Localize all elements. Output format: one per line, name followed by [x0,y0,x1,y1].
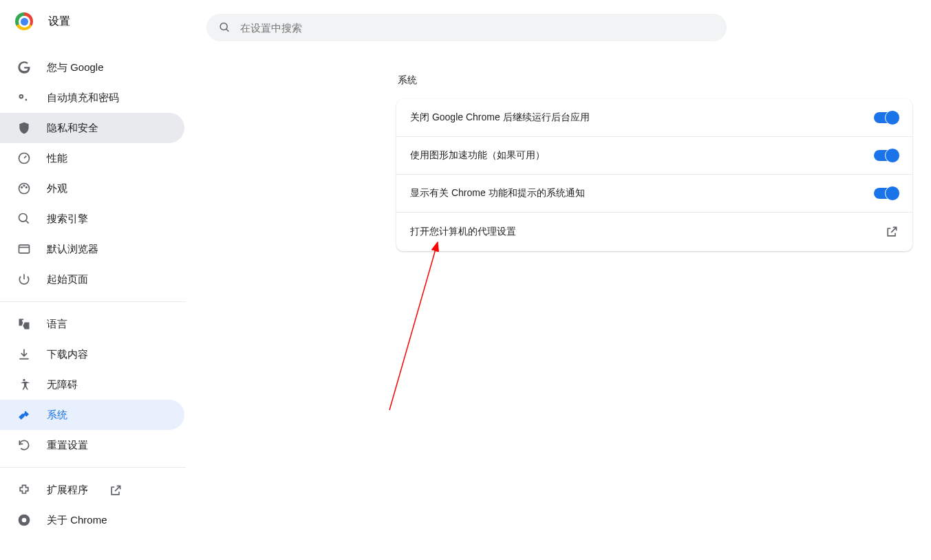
sidebar-item-label: 您与 Google [47,61,104,74]
wrench-icon [17,408,32,422]
section-title: 系统 [396,74,912,87]
sidebar-item-google[interactable]: 您与 Google [0,52,184,83]
sidebar-item-chrome[interactable]: 关于 Chrome [0,505,184,535]
settings-row-label: 使用图形加速功能（如果可用） [410,149,545,162]
nav-divider [0,301,186,302]
open-external-icon [885,225,899,239]
shield-icon [17,121,32,135]
settings-row-label: 显示有关 Chrome 功能和提示的系统通知 [410,187,585,200]
svg-point-7 [26,187,28,189]
sidebar-item-label: 无障碍 [47,378,78,391]
sidebar-item-label: 性能 [47,152,67,165]
sidebar: 您与 Google自动填充和密码隐私和安全性能外观搜索引擎默认浏览器起始页面 语… [0,41,190,535]
settings-row[interactable]: 打开您计算机的代理设置 [396,213,912,251]
sidebar-item-accessibility[interactable]: 无障碍 [0,369,184,400]
svg-line-1 [226,29,229,32]
sidebar-item-translate[interactable]: 语言 [0,309,184,339]
page-title: 设置 [48,14,70,29]
search-icon [219,21,231,34]
sidebar-item-reset[interactable]: 重置设置 [0,430,184,460]
power-icon [17,272,32,286]
sidebar-item-label: 扩展程序 [47,484,88,497]
sidebar-item-key[interactable]: 自动填充和密码 [0,83,184,113]
chrome-icon [17,513,32,527]
svg-point-6 [23,185,25,186]
key-icon [17,91,32,105]
sidebar-item-label: 隐私和安全 [47,122,98,135]
extension-icon [17,483,32,497]
svg-point-12 [23,379,25,381]
settings-row: 关闭 Google Chrome 后继续运行后台应用 [396,99,912,137]
open-external-icon [109,484,121,496]
settings-row-label: 打开您计算机的代理设置 [410,226,516,238]
sidebar-item-shield[interactable]: 隐私和安全 [0,113,184,143]
settings-card: 关闭 Google Chrome 后继续运行后台应用使用图形加速功能（如果可用）… [396,99,912,251]
nav-divider [0,467,186,468]
sidebar-item-browser[interactable]: 默认浏览器 [0,234,184,264]
sidebar-item-label: 搜索引擎 [47,213,88,226]
svg-rect-10 [19,245,30,253]
translate-icon [17,317,32,331]
chrome-logo-icon [15,12,33,30]
toggle-switch[interactable] [874,188,899,199]
google-icon [17,61,32,74]
search-input[interactable] [240,22,714,34]
sidebar-item-search[interactable]: 搜索引擎 [0,204,184,234]
sidebar-item-label: 下载内容 [47,348,88,361]
sidebar-item-power[interactable]: 起始页面 [0,264,184,294]
sidebar-item-label: 重置设置 [47,439,88,452]
palette-icon [17,182,32,195]
svg-point-2 [21,96,22,98]
browser-icon [17,242,32,256]
sidebar-item-label: 语言 [47,318,67,331]
sidebar-item-extension[interactable]: 扩展程序 [0,475,184,505]
sidebar-item-label: 关于 Chrome [47,514,107,527]
sidebar-item-label: 起始页面 [47,273,88,286]
svg-point-0 [220,23,227,30]
sidebar-item-speed[interactable]: 性能 [0,143,184,173]
svg-point-5 [21,187,23,189]
sidebar-item-palette[interactable]: 外观 [0,173,184,204]
reset-icon [17,438,32,452]
sidebar-item-download[interactable]: 下载内容 [0,339,184,369]
svg-line-9 [26,221,29,224]
settings-row: 使用图形加速功能（如果可用） [396,137,912,175]
sidebar-item-label: 外观 [47,182,67,195]
speed-icon [17,151,32,165]
sidebar-item-wrench[interactable]: 系统 [0,400,184,430]
sidebar-item-label: 系统 [47,409,67,422]
search-icon [17,212,32,226]
svg-point-8 [19,214,28,222]
accessibility-icon [17,378,32,391]
main-content: 系统 关闭 Google Chrome 后继续运行后台应用使用图形加速功能（如果… [396,74,912,535]
sidebar-item-label: 默认浏览器 [47,243,98,256]
toggle-switch[interactable] [874,112,899,123]
settings-row: 显示有关 Chrome 功能和提示的系统通知 [396,175,912,213]
settings-row-label: 关闭 Google Chrome 后继续运行后台应用 [410,111,590,124]
sidebar-item-label: 自动填充和密码 [47,91,119,105]
download-icon [17,347,32,361]
toggle-switch[interactable] [874,150,899,161]
search-box[interactable] [206,14,727,41]
svg-point-14 [22,518,27,523]
